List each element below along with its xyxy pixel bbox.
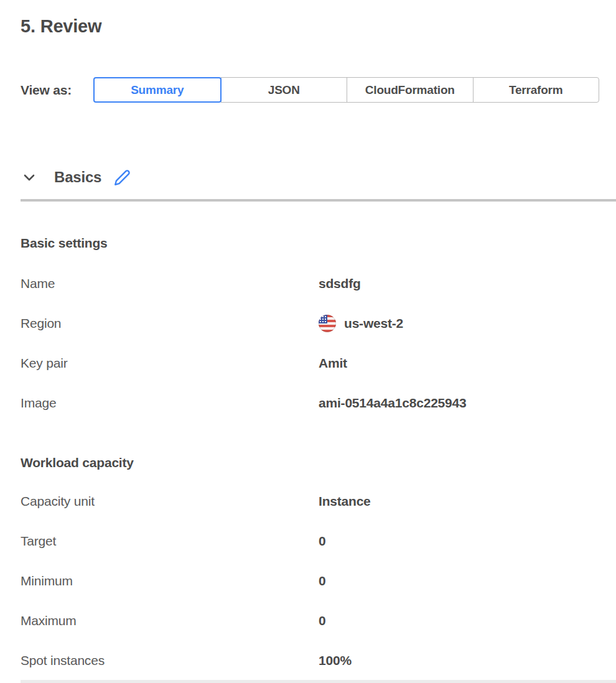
page-title: 5. Review <box>21 16 616 36</box>
row-value: 100% <box>319 653 352 668</box>
view-as-summary-tab[interactable]: Summary <box>93 77 222 103</box>
row-label: Minimum <box>21 574 319 588</box>
row-label: Capacity unit <box>21 494 319 509</box>
us-flag-icon <box>319 315 336 332</box>
summary-row-key-pair: Key pair Amit <box>21 343 616 383</box>
view-as-json-tab[interactable]: JSON <box>221 77 348 103</box>
summary-row-spot-instances: Spot instances 100% <box>21 641 616 681</box>
review-step-page: 5. Review View as: Summary JSON CloudFor… <box>0 0 616 683</box>
edit-pencil-icon[interactable] <box>114 169 131 186</box>
row-value: Amit <box>319 356 347 371</box>
next-section-divider-edge <box>21 680 616 683</box>
section-divider <box>21 199 616 202</box>
chevron-down-icon[interactable] <box>21 169 38 186</box>
basic-settings-heading: Basic settings <box>21 235 616 251</box>
view-as-row: View as: Summary JSON CloudFormation Ter… <box>21 77 616 103</box>
row-label: Name <box>21 276 319 291</box>
row-label: Region <box>21 316 319 331</box>
basics-section-header[interactable]: Basics <box>21 167 616 188</box>
row-label: Maximum <box>21 613 319 628</box>
view-as-cloudformation-tab[interactable]: CloudFormation <box>347 77 474 103</box>
row-label: Target <box>21 534 319 549</box>
workload-capacity-rows: Capacity unit Instance Target 0 Minimum … <box>21 481 616 681</box>
row-label: Spot instances <box>21 653 319 668</box>
row-label: Key pair <box>21 356 319 371</box>
region-value-text: us-west-2 <box>344 316 403 331</box>
row-value: us-west-2 <box>319 315 403 332</box>
summary-row-target: Target 0 <box>21 521 616 561</box>
view-as-label: View as: <box>21 83 93 98</box>
summary-row-name: Name sdsdfg <box>21 264 616 304</box>
summary-row-minimum: Minimum 0 <box>21 561 616 601</box>
workload-capacity-heading: Workload capacity <box>21 455 616 471</box>
summary-row-region: Region us-west-2 <box>21 304 616 343</box>
row-value: 0 <box>319 534 325 549</box>
row-label: Image <box>21 396 319 411</box>
basics-section-title: Basics <box>54 167 101 187</box>
row-value: Instance <box>319 494 371 509</box>
summary-row-image: Image ami-0514a4a1c8c225943 <box>21 383 616 423</box>
summary-row-maximum: Maximum 0 <box>21 601 616 641</box>
basic-settings-rows: Name sdsdfg Region us-west-2 Key pair Am… <box>21 264 616 423</box>
summary-row-capacity-unit: Capacity unit Instance <box>21 481 616 521</box>
row-value: sdsdfg <box>319 276 361 291</box>
view-as-segmented-control: Summary JSON CloudFormation Terraform <box>93 77 599 103</box>
row-value: 0 <box>319 574 325 588</box>
row-value: 0 <box>319 613 325 628</box>
row-value: ami-0514a4a1c8c225943 <box>319 396 467 411</box>
view-as-terraform-tab[interactable]: Terraform <box>473 77 600 103</box>
